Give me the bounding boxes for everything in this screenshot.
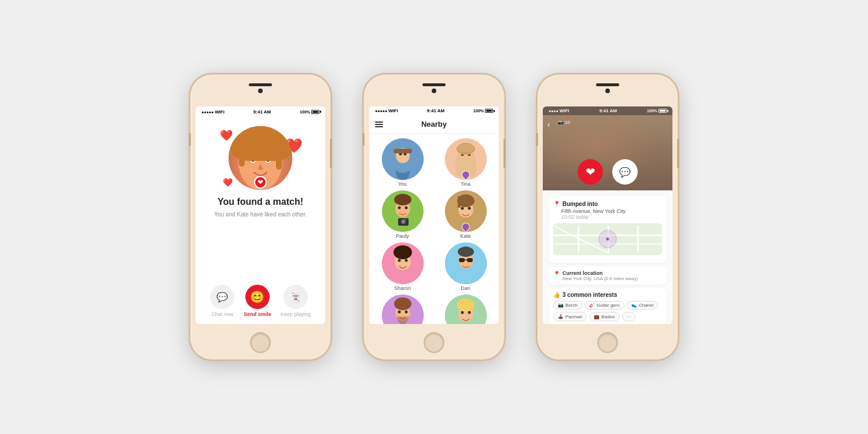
keep-playing-button[interactable]: 🃏 Keep playing xyxy=(281,285,311,317)
interests-title-text: 3 common interests xyxy=(562,292,617,298)
chat-icon-btn: 💬 xyxy=(210,285,234,309)
speaker-1 xyxy=(249,83,272,86)
nearby-person-sharon[interactable]: Sharon xyxy=(373,242,432,291)
screen-nearby: ●●●●● WiFi 9:41 AM 100% xyxy=(369,106,499,324)
svg-point-22 xyxy=(398,207,400,209)
chanel-label: Chanel xyxy=(639,303,653,308)
svg-point-53 xyxy=(461,311,464,314)
you-svg xyxy=(382,138,424,180)
svg-point-4 xyxy=(250,157,256,163)
home-button-2[interactable] xyxy=(424,332,444,353)
svg-rect-69 xyxy=(578,226,580,253)
match-avatar-container: ❤️ ❤️ ❤️ xyxy=(229,126,292,190)
battery-fill-1 xyxy=(312,111,318,113)
svg-rect-42 xyxy=(459,258,465,262)
wifi-icon-3: WiFi xyxy=(560,108,569,113)
battery-pct-2: 100% xyxy=(473,109,484,113)
svg-rect-71 xyxy=(637,226,639,253)
svg-point-5 xyxy=(251,158,255,162)
more-interests-button[interactable]: ··· xyxy=(622,312,636,321)
home-button-1[interactable] xyxy=(250,332,271,353)
like-button[interactable]: ❤ xyxy=(578,159,603,185)
battery-area-1: 100% xyxy=(300,110,319,114)
nearby-name-pauly: Pauly xyxy=(396,233,409,239)
nearby-person-dan[interactable]: Dan xyxy=(436,242,495,291)
location-section: 📍 Current location New York City, USA (0… xyxy=(549,267,667,285)
profile-actions-overlay: ❤ 💬 xyxy=(543,159,672,185)
interest-guitar[interactable]: 🎸 Guitar gero xyxy=(584,301,624,310)
chanel-icon: 👟 xyxy=(631,303,637,308)
location-value: New York City, USA (0.6 miles away) xyxy=(562,276,638,281)
chat-now-button[interactable]: 💬 Chat now xyxy=(210,285,234,317)
camera-2 xyxy=(432,89,436,93)
hamburger-menu[interactable] xyxy=(375,122,383,127)
wifi-icon-2: WiFi xyxy=(388,108,398,113)
dan-svg xyxy=(445,242,487,284)
phone-match: ●●●●● WiFi 9:41 AM 100% ❤️ ❤️ ❤️ xyxy=(191,75,330,359)
nearby-person-adam[interactable]: Adam xyxy=(373,295,432,324)
smile-icon-btn: 😊 xyxy=(245,285,270,309)
nearby-avatar-kate xyxy=(445,190,487,232)
chat-label: Chat now xyxy=(211,311,233,317)
photo-count-area: 📷 10 xyxy=(558,120,570,125)
svg-rect-3 xyxy=(276,144,282,170)
thumbs-up-icon: 👍 xyxy=(553,292,560,298)
nearby-grid: You xyxy=(369,134,499,324)
badoo-icon: 💼 xyxy=(594,314,599,319)
profile-info: 📍 Bumped into Fifth Avenue, New York Cit… xyxy=(543,190,672,324)
back-button[interactable]: ‹ xyxy=(547,120,550,129)
keep-playing-label: Keep playing xyxy=(281,311,311,317)
bumped-pin-icon: 📍 xyxy=(553,201,560,207)
pauly-svg xyxy=(382,190,424,232)
screen-profile: ●●●● WiFi 9:41 AM 100% ‹ � xyxy=(543,106,672,324)
battery-pct-1: 100% xyxy=(300,110,310,114)
svg-point-21 xyxy=(394,194,411,205)
send-smile-button[interactable]: 😊 Send smile xyxy=(244,285,271,317)
speaker-2 xyxy=(422,83,446,86)
svg-rect-12 xyxy=(393,149,412,153)
match-content: ❤️ ❤️ ❤️ xyxy=(196,117,325,324)
cards-icon-btn: 🃏 xyxy=(284,285,308,309)
svg-point-6 xyxy=(265,157,271,163)
battery-icon-2 xyxy=(485,109,493,113)
nearby-person-kate[interactable]: Kate xyxy=(436,190,495,239)
bumped-title-row: 📍 Bumped into xyxy=(553,201,662,207)
nearby-avatar-adam xyxy=(382,295,424,324)
nearby-person-pauly[interactable]: Pauly xyxy=(373,190,432,239)
svg-point-7 xyxy=(266,158,270,162)
speaker-3 xyxy=(596,83,619,86)
battery-fill-3 xyxy=(660,110,665,112)
wifi-icon-1: WiFi xyxy=(215,109,225,115)
nearby-person-tina[interactable]: Tina xyxy=(436,138,495,187)
nearby-person-you[interactable]: You xyxy=(373,138,432,187)
match-heart-badge: ❤ xyxy=(254,176,267,189)
interests-section: 👍 3 common interests 📷 Borch 🎸 Guitar ge… xyxy=(549,288,667,324)
bumped-section: 📍 Bumped into Fifth Avenue, New York Cit… xyxy=(549,196,667,263)
svg-point-37 xyxy=(398,259,400,262)
profile-content: ‹ 📷 10 ❤ 💬 📍 xyxy=(543,115,672,324)
signal-dots-2: ●●●●● xyxy=(375,109,387,113)
svg-rect-33 xyxy=(458,196,461,208)
camera-1 xyxy=(258,89,263,93)
phone-top-1 xyxy=(249,83,272,93)
svg-point-38 xyxy=(404,259,407,262)
svg-point-74 xyxy=(606,238,609,241)
home-button-3[interactable] xyxy=(597,332,618,353)
pacman-icon: 🕹️ xyxy=(558,314,564,319)
side-button-right-1 xyxy=(330,139,332,168)
camera-3 xyxy=(605,89,610,93)
interest-borch[interactable]: 📷 Borch xyxy=(553,301,582,310)
interest-badoo[interactable]: 💼 Badoo xyxy=(589,312,619,321)
camera-emoji: 📷 xyxy=(558,120,564,125)
chat-button[interactable]: 💬 xyxy=(612,159,638,185)
nearby-avatar-anna xyxy=(445,295,487,324)
interest-pacman[interactable]: 🕹️ Pacman xyxy=(553,312,587,321)
interest-chanel[interactable]: 👟 Chanel xyxy=(627,301,658,310)
nearby-header: Nearby xyxy=(369,115,499,134)
profile-photo-area: ‹ 📷 10 ❤ 💬 xyxy=(543,115,672,190)
time-1: 9:41 AM xyxy=(253,109,271,115)
side-button-left-1 xyxy=(189,133,191,146)
nearby-person-anna[interactable]: Anna xyxy=(436,295,495,324)
battery-area-2: 100% xyxy=(473,109,493,113)
time-3: 9:41 AM xyxy=(599,108,617,113)
